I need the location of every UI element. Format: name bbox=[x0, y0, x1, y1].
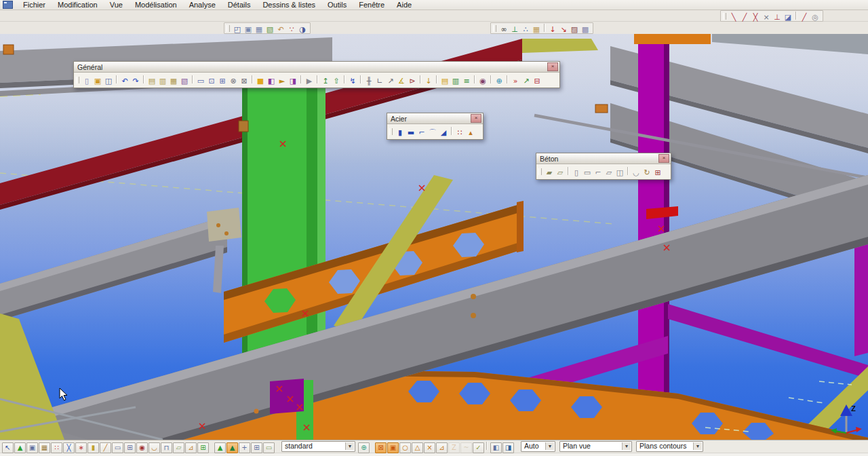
concrete-panel-icon[interactable]: ◫ bbox=[614, 168, 625, 178]
select-holes-icon[interactable]: ◡ bbox=[149, 442, 160, 453]
menu-item-fen-tre[interactable]: Fenêtre bbox=[353, 1, 391, 9]
part-purple-icon[interactable]: ◧ bbox=[266, 76, 277, 86]
cut-icon[interactable]: ⊗ bbox=[228, 76, 239, 86]
menu-item-vue[interactable]: Vue bbox=[104, 1, 129, 9]
select-parts-icon[interactable]: ▣ bbox=[26, 442, 38, 453]
select-surfaces-icon[interactable]: ▦ bbox=[39, 442, 50, 453]
create-pin-icon[interactable]: ↓ bbox=[547, 24, 558, 35]
select-assemblies-icon[interactable]: ⊿ bbox=[185, 442, 197, 453]
delete-icon[interactable]: ⊠ bbox=[239, 76, 250, 86]
image-plane-icon[interactable]: ▨ bbox=[569, 24, 580, 35]
flag-parts-icon[interactable]: ► bbox=[277, 76, 288, 86]
fetch-properties-icon[interactable]: ▧ bbox=[179, 76, 190, 86]
snap-nearest-point-icon[interactable]: ○ bbox=[399, 442, 411, 453]
strip-icon[interactable]: ◡ bbox=[631, 168, 642, 178]
acier-toolbar-titlebar[interactable]: Acier × bbox=[387, 113, 483, 124]
menu-item-d-tails[interactable]: Détails bbox=[222, 1, 257, 9]
close-icon[interactable]: × bbox=[658, 154, 669, 163]
new-model-icon[interactable]: ▯ bbox=[81, 76, 92, 86]
undo-icon[interactable]: ↶ bbox=[119, 76, 130, 86]
selection-filter-settings-icon[interactable]: ⊕ bbox=[358, 442, 370, 453]
concrete-column-icon[interactable]: ▯ bbox=[571, 168, 582, 178]
copy-special-icon[interactable]: ▥ bbox=[157, 76, 168, 86]
auto-combo[interactable]: Auto ▼ bbox=[521, 441, 555, 452]
select-component-icon[interactable]: + bbox=[239, 442, 250, 453]
pin-icon[interactable]: ↓ bbox=[423, 76, 434, 86]
snapshot-icon[interactable]: ◉ bbox=[477, 76, 488, 86]
toolbar-grip[interactable] bbox=[389, 128, 393, 135]
menu-item-fichier[interactable]: Fichier bbox=[17, 1, 52, 9]
select-object-in-component-icon[interactable]: ⊞ bbox=[251, 442, 262, 453]
menu-item-outils[interactable]: Outils bbox=[321, 1, 353, 9]
fit-work-area-icon[interactable]: ▣ bbox=[243, 24, 254, 35]
menu-item-mod-lisation[interactable]: Modélisation bbox=[129, 1, 183, 9]
bolts-icon[interactable]: ∷ bbox=[454, 128, 465, 138]
select-assembly-icon[interactable]: ▲ bbox=[214, 442, 226, 453]
redo-icon[interactable]: ↷ bbox=[130, 76, 141, 86]
steel-curved-beam-icon[interactable]: ⌒ bbox=[427, 128, 438, 138]
chevron-down-icon[interactable]: ▼ bbox=[345, 442, 354, 450]
concrete-slab-icon[interactable]: ▱ bbox=[604, 168, 614, 178]
fly-icon[interactable]: ◑ bbox=[297, 24, 308, 35]
paste-parts-icon[interactable]: ▩ bbox=[580, 24, 591, 35]
report-icon[interactable]: ▥ bbox=[450, 76, 461, 86]
select-cuts-icon[interactable]: ▭ bbox=[112, 442, 123, 453]
select-bolts-icon[interactable]: ◉ bbox=[136, 442, 148, 453]
new-view-icon[interactable]: ▭ bbox=[195, 76, 206, 86]
pad-footing-icon[interactable]: ▰ bbox=[544, 168, 555, 178]
select-points-icon[interactable]: ∷ bbox=[51, 442, 62, 453]
toolbar-grip[interactable] bbox=[538, 168, 542, 175]
general-toolbar-titlebar[interactable]: Général × bbox=[74, 62, 559, 73]
beton-toolbar[interactable]: Béton × ▰▱▯▭⌐▱◫◡↻⊞ bbox=[536, 153, 671, 180]
remove-pin-icon[interactable]: ↘ bbox=[558, 24, 569, 35]
top-orange-beam[interactable] bbox=[634, 34, 711, 44]
snap-nearest-icon[interactable]: ◪ bbox=[783, 12, 793, 22]
move-icon[interactable]: ↥ bbox=[320, 76, 331, 86]
copy-icon[interactable]: ▤ bbox=[146, 76, 157, 86]
chevron-down-icon[interactable]: ▼ bbox=[693, 442, 702, 450]
select-rebar-icon[interactable]: ▭ bbox=[263, 442, 275, 453]
menu-item-analyse[interactable]: Analyse bbox=[183, 1, 222, 9]
world-icon[interactable]: ⊕ bbox=[494, 76, 505, 86]
concrete-beam-icon[interactable]: ▭ bbox=[582, 168, 593, 178]
window-parts-icon[interactable]: ◨ bbox=[288, 76, 298, 86]
select-objects-icon[interactable]: ▱ bbox=[173, 442, 184, 453]
work-plane-icon[interactable]: ⊥ bbox=[509, 24, 520, 35]
general-toolbar[interactable]: Général × ▯▣◫↶↷▤▥▦▧▭⊡⊞⊗⊠■◧►◨▶↥⇧↯╫∟↗∡⊳↓▤▥… bbox=[73, 61, 560, 88]
measure-bolt-icon[interactable]: ⊳ bbox=[407, 76, 418, 86]
concrete-polybeam-icon[interactable]: ⌐ bbox=[593, 168, 604, 178]
inquire-icon[interactable]: ↯ bbox=[347, 76, 358, 86]
paste-icon[interactable]: ▦ bbox=[168, 76, 179, 86]
list-icon[interactable]: ≡ bbox=[461, 76, 472, 86]
select-planes-icon[interactable]: ▮ bbox=[87, 442, 99, 453]
select-components-icon[interactable]: ▲ bbox=[14, 442, 26, 453]
selection-filter-combo[interactable]: standard ▼ bbox=[281, 441, 355, 452]
snap-intersection-icon[interactable]: × bbox=[424, 442, 435, 453]
measure-y-icon[interactable]: ∟ bbox=[374, 76, 385, 86]
select-views-icon[interactable]: ⊞ bbox=[124, 442, 136, 453]
select-phases-icon[interactable]: ⊞ bbox=[197, 442, 209, 453]
model-viewport[interactable]: Z bbox=[0, 34, 868, 440]
rendered-view-icon[interactable]: ◨ bbox=[502, 442, 514, 453]
snap-perpendicular-icon[interactable]: ⊥ bbox=[772, 12, 783, 22]
plane-combo[interactable]: Plan vue ▼ bbox=[559, 441, 632, 452]
select-lines-icon[interactable]: ╳ bbox=[63, 442, 75, 453]
view-properties-icon[interactable]: ◰ bbox=[232, 24, 243, 35]
snap-points-icon[interactable]: ╲ bbox=[728, 12, 739, 22]
close-icon[interactable]: × bbox=[471, 114, 481, 123]
plane-view-icon[interactable]: ◧ bbox=[490, 442, 502, 453]
pan-icon[interactable]: ↶ bbox=[275, 24, 286, 35]
snap-any-point-icon[interactable]: △ bbox=[412, 442, 423, 453]
view-filter-icon[interactable]: ⊞ bbox=[217, 76, 228, 86]
fast-forward-icon[interactable]: » bbox=[510, 76, 521, 86]
snap-ref-points-icon[interactable]: ⊠ bbox=[375, 442, 387, 453]
select-cursor-icon[interactable]: ↖ bbox=[2, 442, 14, 453]
steel-beam-icon[interactable]: ▬ bbox=[406, 128, 416, 138]
strip-footing-icon[interactable]: ▱ bbox=[555, 168, 566, 178]
pointer-icon[interactable]: ▶ bbox=[304, 76, 315, 86]
toolbar-grip[interactable] bbox=[76, 77, 79, 83]
select-grids-icon[interactable]: ∗ bbox=[75, 442, 87, 453]
snap-ortho-icon[interactable]: ✓ bbox=[473, 442, 484, 453]
snap-settings-icon[interactable]: ◎ bbox=[810, 12, 821, 22]
phases-icon[interactable]: ▤ bbox=[439, 76, 450, 86]
